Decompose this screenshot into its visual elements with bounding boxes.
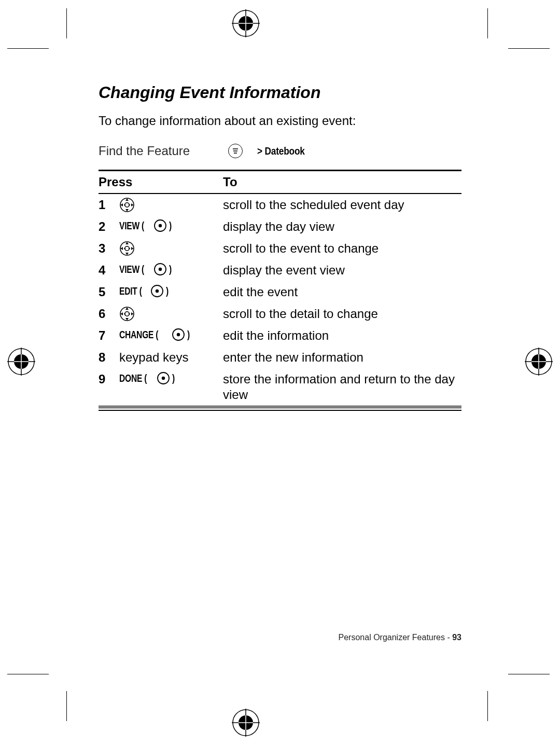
softkey-close: ) (169, 219, 172, 232)
softkey-label: VIEW ( (119, 263, 144, 276)
page-heading: Changing Event Information (99, 83, 461, 102)
step-description: scroll to the detail to change (223, 303, 461, 325)
step-description: enter the new information (223, 347, 461, 368)
intro-text: To change information about an existing … (99, 114, 461, 128)
step-number: 2 (99, 216, 119, 238)
nav-key-icon (119, 241, 135, 256)
page-footer: Personal Organizer Features - 93 (339, 633, 461, 642)
step-description: display the event view (223, 259, 461, 281)
crop-mark (487, 8, 488, 38)
step-press (119, 238, 223, 259)
nav-key-icon (119, 197, 135, 213)
svg-marker-32 (131, 203, 134, 206)
svg-marker-39 (125, 242, 129, 245)
step-number: 9 (99, 368, 119, 406)
svg-point-36 (158, 224, 161, 227)
svg-point-50 (125, 312, 129, 316)
page: Changing Event Information To change inf… (0, 0, 560, 746)
path-prefix: > (257, 145, 262, 157)
table-bottom-rule (99, 408, 461, 411)
softkey-close: ) (166, 285, 169, 298)
svg-marker-52 (125, 318, 129, 321)
crop-mark (508, 48, 550, 49)
svg-point-46 (158, 268, 161, 271)
crop-mark (66, 8, 67, 38)
step-press: EDIT () (119, 281, 223, 303)
registration-mark-bottom (232, 709, 260, 737)
softkey-label: EDIT ( (119, 285, 142, 298)
select-key-icon (153, 263, 167, 276)
find-the-feature-row: Find the Feature > Datebook (99, 144, 461, 158)
steps-table: Press To 1scroll to the scheduled event … (99, 170, 461, 407)
step-description: scroll to the scheduled event day (223, 194, 461, 216)
menu-key-icon (228, 144, 243, 158)
select-key-icon (153, 219, 167, 232)
step-press: keypad keys (119, 347, 223, 368)
softkey-label: VIEW ( (119, 219, 144, 232)
step-number: 3 (99, 238, 119, 259)
content-area: Changing Event Information To change inf… (99, 83, 461, 411)
svg-marker-42 (131, 247, 134, 250)
step-description: display the day view (223, 216, 461, 238)
footer-page: 93 (452, 633, 461, 642)
registration-mark-right (525, 348, 553, 376)
feature-path: > Datebook (257, 145, 305, 157)
svg-point-48 (156, 289, 159, 293)
softkey-close: ) (172, 372, 175, 385)
step-press: CHANGE () (119, 325, 223, 347)
step-press (119, 194, 223, 216)
header-to: To (223, 171, 461, 194)
step-press (119, 303, 223, 325)
step-number: 4 (99, 259, 119, 281)
softkey-close: ) (169, 263, 172, 276)
crop-mark (7, 48, 49, 49)
svg-marker-30 (125, 209, 129, 212)
svg-marker-53 (121, 312, 123, 315)
svg-marker-54 (131, 312, 134, 315)
footer-sep: - (445, 633, 452, 642)
select-key-icon (157, 371, 170, 385)
step-number: 1 (99, 194, 119, 216)
step-number: 6 (99, 303, 119, 325)
svg-point-60 (162, 377, 165, 380)
step-number: 5 (99, 281, 119, 303)
svg-point-58 (176, 333, 179, 336)
svg-marker-51 (125, 308, 129, 310)
header-press: Press (99, 171, 223, 194)
footer-section: Personal Organizer Features (339, 633, 445, 642)
softkey-close: ) (187, 328, 190, 341)
crop-mark (508, 674, 550, 674)
step-press: VIEW () (119, 216, 223, 238)
softkey-label: DONE ( (119, 372, 147, 385)
crop-mark (7, 674, 49, 674)
svg-marker-40 (125, 253, 129, 255)
svg-marker-31 (121, 203, 123, 206)
select-key-icon (172, 328, 185, 341)
step-description: scroll to the event to change (223, 238, 461, 259)
svg-marker-41 (121, 247, 123, 250)
select-key-icon (150, 284, 164, 298)
registration-mark-left (7, 348, 35, 376)
step-number: 7 (99, 325, 119, 347)
svg-point-28 (125, 203, 129, 207)
crop-mark (66, 691, 67, 721)
step-press: DONE () (119, 368, 223, 406)
path-item: Datebook (265, 145, 305, 157)
svg-marker-29 (125, 199, 129, 201)
nav-key-icon (119, 306, 135, 322)
registration-mark-top (232, 9, 260, 37)
step-description: edit the information (223, 325, 461, 347)
step-number: 8 (99, 347, 119, 368)
press-text: keypad keys (119, 350, 188, 365)
softkey-label: CHANGE ( (119, 328, 158, 341)
svg-point-38 (125, 246, 129, 251)
crop-mark (487, 691, 488, 721)
step-description: store the information and return to the … (223, 368, 461, 406)
step-description: edit the event (223, 281, 461, 303)
step-press: VIEW () (119, 259, 223, 281)
find-label: Find the Feature (99, 144, 228, 158)
